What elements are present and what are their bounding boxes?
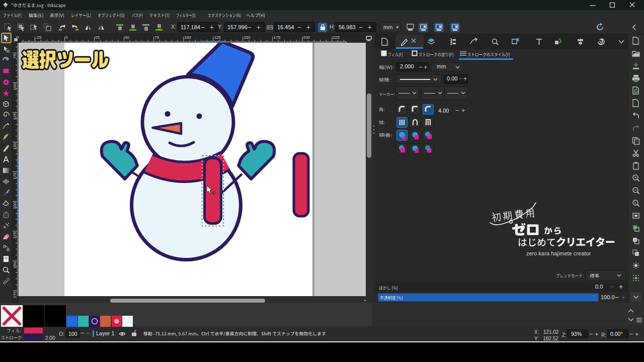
svg-text:200: 200 [303,35,310,40]
svg-text:75: 75 [13,53,17,58]
svg-text:175: 175 [274,35,281,40]
svg-text:250: 250 [13,261,17,268]
svg-text:50: 50 [125,35,129,40]
svg-text:175: 175 [13,172,17,179]
svg-text:150: 150 [13,143,17,150]
svg-text:150: 150 [244,35,251,40]
svg-text:100: 100 [184,35,191,40]
svg-text:75: 75 [154,35,159,40]
svg-text:275: 275 [13,291,17,298]
svg-text:-25: -25 [36,35,42,40]
svg-text:1: 1 [634,201,636,205]
svg-text:225: 225 [333,35,340,40]
svg-text:100: 100 [13,83,17,90]
svg-text:125: 125 [214,35,221,40]
svg-text:0: 0 [65,35,68,40]
svg-text:200: 200 [13,202,17,209]
svg-text:25: 25 [95,35,100,40]
svg-text:125: 125 [13,113,17,120]
svg-text:225: 225 [13,232,17,239]
